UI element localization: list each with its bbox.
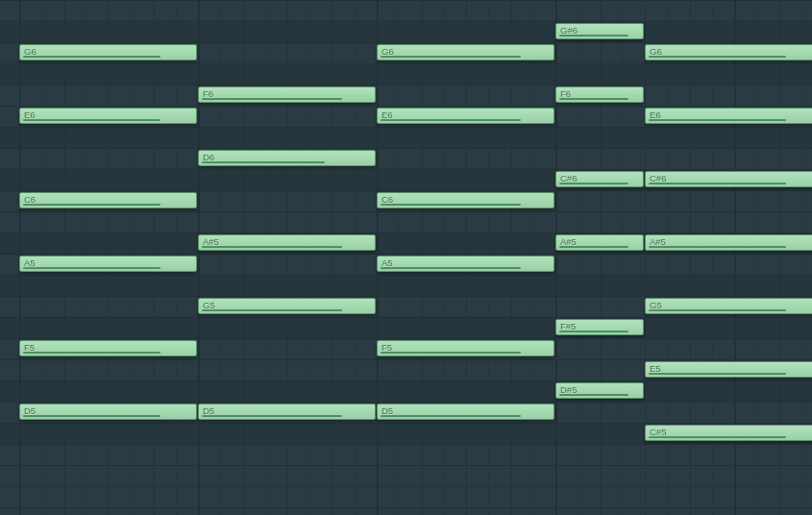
row-shade-sharp <box>0 63 812 85</box>
note-clip[interactable]: C#5 <box>645 425 812 441</box>
note-clip[interactable]: F5 <box>377 340 554 356</box>
grid-line-horizontal <box>0 85 812 86</box>
note-clip[interactable]: A#5 <box>645 234 812 251</box>
velocity-bar <box>649 56 786 58</box>
velocity-bar <box>559 331 628 332</box>
velocity-bar <box>649 309 786 311</box>
note-clip[interactable]: E5 <box>645 361 812 378</box>
row-shade-sharp <box>0 275 812 296</box>
velocity-bar <box>381 267 521 269</box>
velocity-bar <box>202 98 342 100</box>
grid-line-horizontal <box>0 127 812 128</box>
velocity-bar <box>23 119 160 121</box>
note-clip[interactable]: G5 <box>198 298 376 314</box>
piano-roll-canvas[interactable]: G#6G6G6G6F6F6E6E6E6D6C#6C#6C6C6A#5A#5A#5… <box>0 0 812 515</box>
note-clip[interactable]: D5 <box>19 404 197 420</box>
velocity-bar <box>559 394 628 396</box>
velocity-bar <box>23 352 160 354</box>
velocity-bar <box>649 246 786 248</box>
note-clip[interactable]: A5 <box>19 256 197 272</box>
note-clip[interactable]: A#5 <box>555 234 644 251</box>
velocity-bar <box>381 119 521 121</box>
note-clip[interactable]: G6 <box>19 44 197 61</box>
velocity-bar <box>23 267 160 269</box>
grid-line-vertical <box>243 0 244 515</box>
row-shade-sharp <box>0 127 812 148</box>
row-shade-sharp <box>0 21 812 42</box>
grid-line-vertical <box>220 0 221 515</box>
velocity-bar <box>649 436 786 438</box>
grid-line-horizontal <box>0 444 812 445</box>
note-clip[interactable]: C#6 <box>645 171 812 187</box>
grid-line-horizontal <box>0 296 812 297</box>
grid-line-horizontal <box>0 359 812 360</box>
velocity-bar <box>649 373 786 375</box>
grid-line-vertical <box>601 0 602 515</box>
velocity-bar <box>649 119 786 121</box>
grid-line-horizontal <box>0 42 812 43</box>
note-clip[interactable]: D#5 <box>555 382 644 399</box>
velocity-bar <box>559 98 628 100</box>
grid-line-vertical <box>309 0 310 515</box>
note-clip[interactable]: G5 <box>645 298 812 314</box>
velocity-bar <box>559 183 628 184</box>
note-clip[interactable]: E6 <box>377 108 554 124</box>
note-clip[interactable]: G#6 <box>555 23 644 39</box>
grid-line-horizontal <box>0 507 812 508</box>
grid-line-horizontal <box>0 169 812 170</box>
grid-line-vertical <box>555 0 557 515</box>
grid-line-horizontal <box>0 0 812 1</box>
note-clip[interactable]: D6 <box>198 150 376 166</box>
grid-line-horizontal <box>0 423 812 424</box>
velocity-bar <box>559 35 628 37</box>
grid-line-vertical <box>332 0 333 515</box>
note-clip[interactable]: F#5 <box>555 319 644 335</box>
note-clip[interactable]: A#5 <box>198 234 376 251</box>
velocity-bar <box>202 161 325 163</box>
velocity-bar <box>649 183 786 184</box>
grid-line-horizontal <box>0 317 812 318</box>
velocity-bar <box>381 352 521 354</box>
velocity-bar <box>23 204 160 206</box>
grid-line-horizontal <box>0 465 812 466</box>
row-shade-sharp <box>0 317 812 338</box>
velocity-bar <box>23 415 160 417</box>
grid-line-vertical <box>578 0 578 515</box>
grid-line-horizontal <box>0 254 812 255</box>
note-clip[interactable]: E6 <box>19 108 197 124</box>
note-clip[interactable]: F6 <box>198 86 376 103</box>
grid-line-horizontal <box>0 275 812 276</box>
grid-line-horizontal <box>0 63 812 64</box>
grid-line-horizontal <box>0 486 812 487</box>
grid-line-horizontal <box>0 233 812 233</box>
velocity-bar <box>202 415 342 417</box>
note-clip[interactable]: G6 <box>377 44 554 61</box>
note-clip[interactable]: F6 <box>555 86 644 103</box>
note-clip[interactable]: D5 <box>377 404 554 420</box>
velocity-bar <box>23 56 160 58</box>
grid-line-horizontal <box>0 380 812 381</box>
note-clip[interactable]: F5 <box>19 340 197 356</box>
note-clip[interactable]: E6 <box>645 108 812 124</box>
grid-line-horizontal <box>0 402 812 403</box>
note-clip[interactable]: A5 <box>377 256 554 272</box>
note-clip[interactable]: C6 <box>377 192 554 208</box>
row-shade-sharp <box>0 380 812 402</box>
grid-line-horizontal <box>0 338 812 339</box>
grid-line-vertical <box>355 0 356 515</box>
grid-line-horizontal <box>0 190 812 191</box>
note-clip[interactable]: C#6 <box>555 171 644 187</box>
grid-line-vertical <box>623 0 624 515</box>
note-clip[interactable]: D5 <box>198 404 376 420</box>
note-clip[interactable]: C6 <box>19 192 197 208</box>
velocity-bar <box>381 204 521 206</box>
note-clip[interactable]: G6 <box>645 44 812 61</box>
grid-line-horizontal <box>0 211 812 212</box>
grid-line-vertical <box>265 0 266 515</box>
grid-line-horizontal <box>0 106 812 107</box>
velocity-bar <box>559 246 628 248</box>
velocity-bar <box>381 415 521 417</box>
grid-line-vertical <box>198 0 200 515</box>
grid-line-vertical <box>287 0 288 515</box>
velocity-bar <box>202 309 342 311</box>
